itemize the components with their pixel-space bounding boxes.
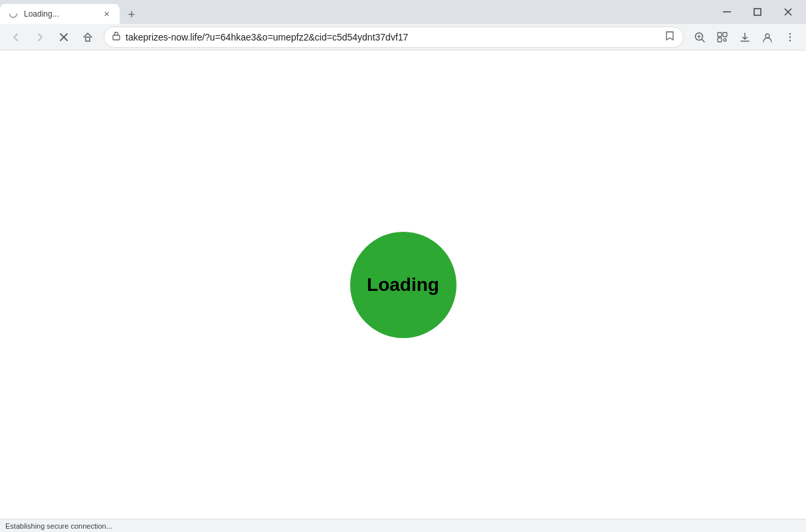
svg-rect-2 xyxy=(754,9,761,15)
new-tab-button[interactable]: + xyxy=(122,5,141,24)
close-icon xyxy=(784,8,792,16)
status-text: Establishing secure connection... xyxy=(5,522,112,530)
zoom-icon xyxy=(694,31,706,43)
extensions-icon xyxy=(716,31,728,43)
back-button[interactable] xyxy=(5,27,27,48)
zoom-button[interactable] xyxy=(689,27,710,48)
home-icon xyxy=(82,32,93,43)
toolbar: takeprizes-now.life/?u=64hkae3&o=umepfz2… xyxy=(0,24,806,50)
svg-rect-1 xyxy=(723,11,731,13)
lock-icon xyxy=(112,31,120,43)
svg-rect-14 xyxy=(723,33,727,37)
svg-line-10 xyxy=(702,39,705,42)
browser-frame: Loading... ✕ + xyxy=(0,0,806,532)
svg-rect-8 xyxy=(113,35,120,40)
svg-rect-7 xyxy=(86,37,90,41)
window-controls xyxy=(712,0,806,24)
profile-icon xyxy=(761,31,773,43)
svg-rect-15 xyxy=(718,38,722,42)
svg-point-20 xyxy=(789,39,791,41)
active-tab[interactable]: Loading... ✕ xyxy=(0,4,120,24)
loading-text: Loading xyxy=(367,274,439,296)
status-bar: Establishing secure connection... xyxy=(0,519,806,532)
download-icon xyxy=(739,31,751,43)
profile-button[interactable] xyxy=(757,27,778,48)
address-bar[interactable]: takeprizes-now.life/?u=64hkae3&o=umepfz2… xyxy=(104,27,684,48)
maximize-button[interactable] xyxy=(742,0,773,24)
minimize-icon xyxy=(723,11,731,13)
forward-button[interactable] xyxy=(29,27,50,48)
refresh-button[interactable] xyxy=(53,27,74,48)
menu-icon xyxy=(784,31,796,43)
spinner-icon xyxy=(9,9,18,19)
svg-point-17 xyxy=(765,34,769,38)
address-text: takeprizes-now.life/?u=64hkae3&o=umepfz2… xyxy=(126,32,659,43)
bookmark-button[interactable] xyxy=(664,31,675,44)
tab-favicon xyxy=(8,9,19,19)
home-button[interactable] xyxy=(77,27,98,48)
stop-icon xyxy=(58,32,69,43)
tabs-area: Loading... ✕ + xyxy=(0,0,712,24)
minimize-button[interactable] xyxy=(712,0,742,24)
svg-point-18 xyxy=(789,33,791,34)
tab-title: Loading... xyxy=(24,9,96,19)
svg-point-19 xyxy=(789,36,791,37)
padlock-icon xyxy=(112,31,120,41)
forward-icon xyxy=(35,32,45,43)
download-button[interactable] xyxy=(734,27,756,48)
tab-close-button[interactable]: ✕ xyxy=(101,9,112,19)
toolbar-right xyxy=(689,27,801,48)
bookmark-icon xyxy=(664,31,675,41)
title-bar: Loading... ✕ + xyxy=(0,0,806,24)
maximize-icon xyxy=(754,8,761,16)
close-button[interactable] xyxy=(773,0,803,24)
page-content: Loading xyxy=(0,50,806,519)
svg-point-0 xyxy=(10,11,17,18)
back-icon xyxy=(11,32,21,43)
menu-button[interactable] xyxy=(779,27,801,48)
svg-rect-13 xyxy=(718,33,722,37)
extensions-button[interactable] xyxy=(712,27,733,48)
loading-circle: Loading xyxy=(350,232,456,338)
